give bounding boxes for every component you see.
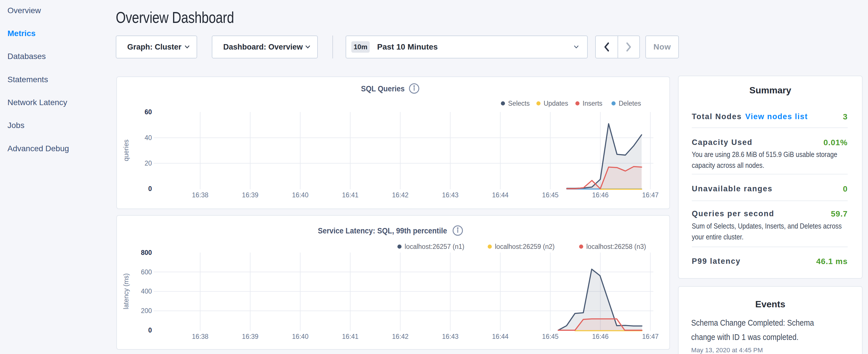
svg-text:40: 40 — [145, 134, 152, 141]
svg-text:20: 20 — [145, 160, 152, 167]
svg-text:16:41: 16:41 — [342, 191, 359, 199]
svg-text:16:42: 16:42 — [392, 191, 409, 199]
svg-text:16:39: 16:39 — [242, 333, 258, 340]
svg-text:0: 0 — [148, 326, 152, 334]
svg-text:16:38: 16:38 — [192, 333, 209, 340]
svg-text:16:45: 16:45 — [542, 333, 559, 340]
svg-text:400: 400 — [141, 288, 152, 295]
svg-text:60: 60 — [145, 108, 152, 116]
svg-text:16:44: 16:44 — [492, 333, 509, 340]
svg-text:Inserts: Inserts — [583, 100, 602, 107]
svg-text:16:43: 16:43 — [442, 333, 459, 340]
svg-text:latency (ms): latency (ms) — [122, 273, 130, 309]
svg-text:SQL Queries: SQL Queries — [361, 84, 405, 93]
svg-text:16:47: 16:47 — [642, 333, 659, 340]
svg-text:16:38: 16:38 — [192, 191, 209, 199]
svg-text:localhost:26259 (n2): localhost:26259 (n2) — [495, 243, 555, 250]
svg-text:16:46: 16:46 — [592, 333, 609, 340]
svg-text:200: 200 — [141, 307, 152, 315]
svg-text:Service Latency: SQL, 99th per: Service Latency: SQL, 99th percentile — [318, 226, 447, 235]
svg-text:Selects: Selects — [508, 100, 530, 107]
svg-text:16:45: 16:45 — [542, 191, 559, 199]
svg-text:Updates: Updates — [544, 100, 568, 107]
svg-text:16:47: 16:47 — [642, 191, 659, 199]
svg-text:16:39: 16:39 — [242, 191, 258, 199]
svg-text:600: 600 — [141, 268, 152, 276]
svg-text:Deletes: Deletes — [619, 100, 641, 107]
svg-text:localhost:26257 (n1): localhost:26257 (n1) — [405, 243, 464, 250]
svg-text:16:46: 16:46 — [592, 191, 609, 199]
svg-text:16:42: 16:42 — [392, 333, 409, 340]
svg-text:0: 0 — [148, 185, 152, 192]
svg-text:16:43: 16:43 — [442, 191, 459, 199]
svg-text:16:44: 16:44 — [492, 191, 509, 199]
svg-text:16:40: 16:40 — [292, 191, 309, 199]
svg-text:localhost:26258 (n3): localhost:26258 (n3) — [586, 243, 646, 250]
svg-text:16:40: 16:40 — [292, 333, 309, 340]
svg-text:800: 800 — [141, 249, 152, 256]
svg-text:queries: queries — [122, 139, 130, 161]
svg-text:16:41: 16:41 — [342, 333, 359, 340]
